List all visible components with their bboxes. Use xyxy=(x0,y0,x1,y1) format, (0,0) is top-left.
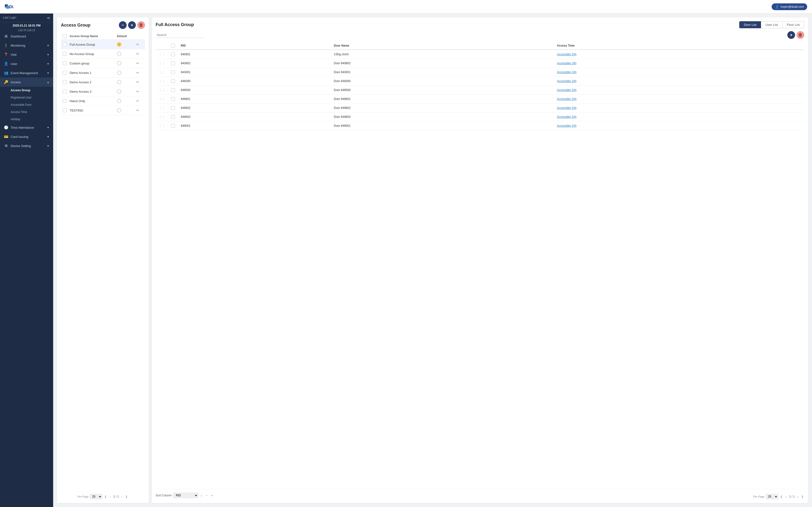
edit-icon[interactable]: ✏ xyxy=(136,80,143,84)
delete-door-button[interactable]: 🗑 xyxy=(797,31,804,39)
edit-icon[interactable]: ✏ xyxy=(136,61,143,65)
tab-floor-list[interactable]: Floor List xyxy=(782,21,804,28)
table-row[interactable]: Demo Access 2 ✏ xyxy=(61,77,145,87)
sidebar-item-device-setting[interactable]: ⚙ Device Setting ▼ xyxy=(0,141,53,151)
table-row[interactable]: TESTING ✏ xyxy=(61,106,145,115)
drag-handle-icon[interactable]: ⋮⋮ xyxy=(158,106,165,110)
default-radio[interactable] xyxy=(117,61,121,65)
row-checkbox[interactable] xyxy=(171,52,175,56)
row-checkbox[interactable] xyxy=(171,97,175,101)
row-checkbox[interactable] xyxy=(63,108,67,112)
row-checkbox[interactable] xyxy=(171,79,175,83)
access-time-link[interactable]: Accessible 24h xyxy=(557,89,576,92)
drag-handle-icon[interactable]: ⋮⋮ xyxy=(158,124,165,128)
sidebar-item-dashboard[interactable]: ⊞ Dashboard xyxy=(0,32,53,41)
table-row[interactable]: ⋮⋮ 843001 Door 843001 Accessible 24h xyxy=(156,68,804,77)
sidebar-item-access-time[interactable]: Access Time xyxy=(0,108,53,116)
prev-page-button[interactable]: ‹ xyxy=(109,495,112,499)
select-all-checkbox[interactable] xyxy=(63,34,67,38)
next-page-button[interactable]: › xyxy=(796,495,799,499)
default-radio[interactable] xyxy=(117,52,121,56)
row-checkbox[interactable] xyxy=(171,106,175,110)
table-row[interactable]: ⋮⋮ 848500 Door 848500 Accessible 24h xyxy=(156,86,804,95)
access-time-link[interactable]: Accessible 24h xyxy=(557,53,576,56)
row-checkbox[interactable] xyxy=(63,52,67,56)
edit-icon[interactable]: ✏ xyxy=(136,90,143,94)
add-group-button[interactable]: + xyxy=(128,21,136,29)
drag-handle-icon[interactable]: ⋮⋮ xyxy=(158,97,165,101)
default-radio[interactable] xyxy=(117,42,121,47)
default-radio[interactable] xyxy=(117,80,121,84)
drag-handle-icon[interactable]: ⋮⋮ xyxy=(158,52,165,56)
tab-door-list[interactable]: Door List xyxy=(739,21,761,28)
edit-icon[interactable]: ✏ xyxy=(136,108,143,112)
table-row[interactable]: ⋮⋮ 840801 Cổng chính Accessible 24h xyxy=(156,50,804,59)
table-row[interactable]: No Access Group ✏ xyxy=(61,49,145,59)
sidebar-item-access[interactable]: 🔑 Access ▲ xyxy=(0,77,53,87)
sidebar-item-event-management[interactable]: 👥 Event Management ▼ xyxy=(0,68,53,77)
sidebar-item-accessible-door[interactable]: Accessible Door xyxy=(0,101,53,108)
row-checkbox[interactable] xyxy=(171,61,175,65)
table-row[interactable]: ⋮⋮ 848802 Door 848802 Accessible 24h xyxy=(156,104,804,113)
sidebar-item-access-group[interactable]: Access Group xyxy=(0,87,53,94)
delete-group-button[interactable]: 🗑 xyxy=(137,21,145,29)
select-all-doors-checkbox[interactable] xyxy=(171,44,175,48)
sidebar-item-registered-user[interactable]: Registered User xyxy=(0,94,53,101)
add-door-button[interactable]: + xyxy=(788,31,795,39)
next-page-button[interactable]: › xyxy=(120,495,123,499)
remove-group-button[interactable]: − xyxy=(119,21,126,29)
row-checkbox[interactable] xyxy=(63,61,67,65)
sort-add-button[interactable]: + xyxy=(210,493,214,498)
row-checkbox[interactable] xyxy=(171,88,175,92)
access-time-link[interactable]: Accessible 24h xyxy=(557,79,576,83)
drag-handle-icon[interactable]: ⋮⋮ xyxy=(158,61,165,65)
table-row[interactable]: ⋮⋮ 848803 Door 848803 Accessible 24h xyxy=(156,113,804,121)
default-radio[interactable] xyxy=(117,99,121,103)
row-checkbox[interactable] xyxy=(63,99,67,103)
sidebar-item-time-attendance[interactable]: 🕐 Time Attendance ▼ xyxy=(0,123,53,132)
table-row[interactable]: ⋮⋮ 848300 Door 848300 Accessible 24h xyxy=(156,77,804,86)
last-page-button[interactable]: ⟫ xyxy=(125,495,128,499)
right-per-page-select[interactable]: 25 50 100 xyxy=(766,494,778,499)
default-radio[interactable] xyxy=(117,89,121,94)
table-row[interactable]: Demo Access 1 ✏ xyxy=(61,68,145,77)
sort-column-select[interactable]: RID Door Name Access Time xyxy=(173,493,198,498)
table-row[interactable]: ⋮⋮ 840802 Door 840802 Accessible 24h xyxy=(156,59,804,68)
row-checkbox[interactable] xyxy=(63,71,67,74)
default-radio[interactable] xyxy=(117,108,121,113)
table-row[interactable]: Hanoi Only ✏ xyxy=(61,96,145,106)
edit-icon[interactable]: ✏ xyxy=(136,43,143,46)
per-page-select[interactable]: 25 50 100 xyxy=(90,494,102,499)
default-radio[interactable] xyxy=(117,70,121,75)
first-page-button[interactable]: ⟪ xyxy=(779,495,783,499)
row-checkbox[interactable] xyxy=(171,124,175,128)
row-checkbox[interactable] xyxy=(171,70,175,74)
drag-handle-icon[interactable]: ⋮⋮ xyxy=(158,115,165,119)
row-checkbox[interactable] xyxy=(171,115,175,119)
table-row[interactable]: Custom group ✏ xyxy=(61,59,145,68)
collapse-icon[interactable]: ≪ xyxy=(47,16,50,20)
first-page-button[interactable]: ⟪ xyxy=(104,495,107,499)
access-time-link[interactable]: Accessible 24h xyxy=(557,97,576,101)
table-row[interactable]: ⋮⋮ 849001 Door 849001 Accessible 24h xyxy=(156,121,804,130)
edit-icon[interactable]: ✏ xyxy=(136,99,143,103)
sort-remove-button[interactable]: − xyxy=(205,493,209,498)
access-time-link[interactable]: Accessible 24h xyxy=(557,115,576,119)
search-input[interactable] xyxy=(156,32,204,38)
edit-icon[interactable]: ✏ xyxy=(136,52,143,56)
edit-icon[interactable]: ✏ xyxy=(136,71,143,74)
table-row[interactable]: Demo Access 3 ✏ xyxy=(61,87,145,96)
row-checkbox[interactable] xyxy=(63,80,67,84)
sidebar-item-visit[interactable]: 📍 Visit ▼ xyxy=(0,50,53,59)
sidebar-item-card-issuing[interactable]: 💳 Card Issuing ▼ xyxy=(0,132,53,141)
sidebar-item-monitoring[interactable]: 🚶 Monitoring ▼ xyxy=(0,41,53,50)
access-time-link[interactable]: Accessible 24h xyxy=(557,106,576,110)
sidebar-item-holiday[interactable]: Holiday xyxy=(0,116,53,123)
access-time-link[interactable]: Accessible 24h xyxy=(557,62,576,65)
row-checkbox[interactable] xyxy=(63,90,67,94)
table-row[interactable]: Full Access Group ✏ xyxy=(61,40,145,49)
sort-order-button[interactable]: ↕ xyxy=(200,493,203,498)
user-badge[interactable]: 👤 huyen@duali.com xyxy=(772,3,807,10)
prev-page-button[interactable]: ‹ xyxy=(785,495,788,499)
last-page-button[interactable]: ⟫ xyxy=(801,495,804,499)
